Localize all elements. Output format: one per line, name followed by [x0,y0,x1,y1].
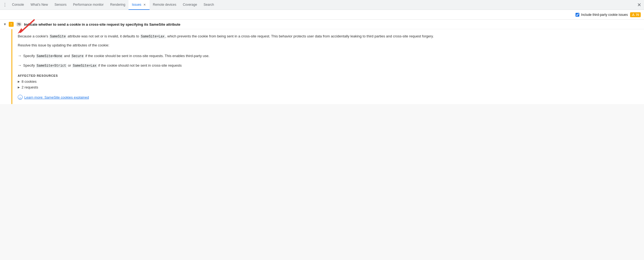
devtools-close-button[interactable]: ✕ [635,1,643,9]
issue-row-header[interactable]: ▼ ! 70 Indicate whether to send a cookie… [0,20,644,29]
affected-resources-title: AFFECTED RESOURCES [18,74,637,77]
requests-resource-label: 2 requests [22,85,38,89]
issue-description: Because a cookie's SameSite attribute wa… [18,34,637,48]
tab-console[interactable]: Console [9,0,27,10]
tab-whats-new[interactable]: What's New [27,0,51,10]
resolve-section: → Specify SameSite=None and Secure if th… [18,53,637,69]
tab-rendering[interactable]: Rendering [107,0,129,10]
arrow-symbol-1: → [18,53,22,59]
resolve-item-2: → Specify SameSite=Strict or SameSite=La… [18,62,637,69]
tab-coverage[interactable]: Coverage [180,0,200,10]
tab-search[interactable]: Search [200,0,217,10]
affected-resources: AFFECTED RESOURCES ▶ 8 cookies ▶ 2 reque… [18,74,637,89]
issues-toolbar: Include third-party cookie issues ⚠ 70 [0,10,644,20]
include-third-party-checkbox-label[interactable]: Include third-party cookie issues [576,13,628,17]
more-tabs-button[interactable]: ⋮ [1,1,9,9]
samesite-lax-code: SameSite=Lax [140,34,165,39]
warning-badge-icon: ⚠ [632,13,635,17]
arrow-symbol-2: → [18,62,22,68]
warning-count-badge: ⚠ 70 [630,12,641,17]
samesite-lax-code2: SameSite=Lax [72,64,97,68]
issue-content: Because a cookie's SameSite attribute wa… [11,29,644,104]
cookies-resource-item[interactable]: ▶ 8 cookies [18,79,637,84]
issue-title: Indicate whether to send a cookie in a c… [24,22,180,26]
resolve-item-1: → Specify SameSite=None and Secure if th… [18,53,637,59]
requests-resource-item[interactable]: ▶ 2 requests [18,85,637,89]
samesite-code: SameSite [49,34,67,39]
cookies-resource-label: 8 cookies [22,79,37,84]
chevron-down-icon: ▼ [3,22,7,26]
warning-count: 70 [636,13,639,16]
issues-container: ▼ ! 70 Indicate whether to send a cookie… [0,20,644,104]
include-third-party-label: Include third-party cookie issues [581,13,628,17]
tab-remote-devices[interactable]: Remote devices [150,0,180,10]
learn-more-text: Learn more: SameSite cookies explained [24,95,89,99]
tab-performance-monitor[interactable]: Performance monitor [70,0,107,10]
samesite-none-code: SameSite=None [36,54,63,58]
tab-issues-close[interactable]: × [143,2,146,7]
description-para2: Resolve this issue by updating the attri… [18,43,637,48]
secure-code: Secure [71,54,84,58]
cookies-expand-icon: ▶ [18,80,20,83]
tab-sensors[interactable]: Sensors [51,0,70,10]
tab-issues[interactable]: Issues × [129,0,150,10]
samesite-strict-code: SameSite=Strict [36,64,67,68]
learn-more-link[interactable]: → Learn more: SameSite cookies explained [18,95,637,100]
issue-warning-icon: ! [9,22,14,27]
include-third-party-checkbox[interactable] [576,13,579,17]
issue-count-badge: 70 [16,22,22,27]
requests-expand-icon: ▶ [18,86,20,89]
description-para1: Because a cookie's SameSite attribute wa… [18,34,637,39]
tab-bar: ⋮ Console What's New Sensors Performance… [0,0,644,10]
learn-more-icon: → [18,95,23,100]
